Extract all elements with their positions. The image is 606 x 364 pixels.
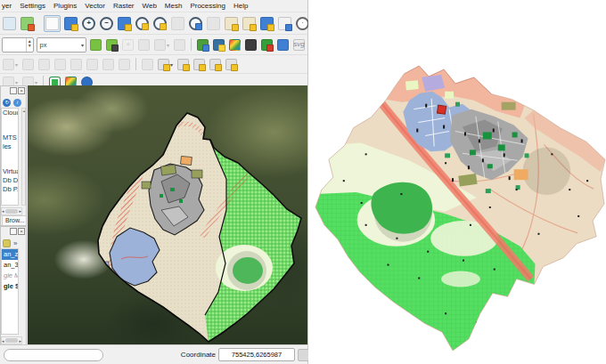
browser-spacer [2, 159, 18, 167]
processing-toolbox-button[interactable] [196, 38, 209, 52]
zoom-to-layer-button[interactable] [152, 16, 168, 31]
pan-map-button[interactable] [44, 15, 61, 32]
browser-panel: × ↻ i CloudMTSlesVirtuaDb D...Db P... ▲ … [0, 85, 27, 226]
menu-item-vector[interactable]: Vector [85, 2, 105, 10]
scroll-right-icon[interactable]: ▸ [19, 208, 21, 214]
scroll-thumb[interactable] [5, 338, 19, 343]
delete-selected-button[interactable] [192, 58, 206, 71]
browser-item-9[interactable]: Db P... [2, 185, 18, 194]
chevron-down-icon: ▾ [167, 42, 169, 48]
layers-more-icon[interactable]: » [13, 239, 17, 247]
pan-to-selection-button[interactable] [63, 16, 78, 31]
left-dock: × ↻ i CloudMTSlesVirtuaDb D...Db P... ▲ … [0, 85, 27, 345]
browser-spacer [2, 117, 18, 125]
snapping-options-button[interactable] [105, 38, 119, 52]
browser-item-3[interactable]: MTS [2, 133, 18, 142]
add-polygon-feature-icon [142, 59, 153, 70]
layers-float-button[interactable] [10, 228, 17, 235]
zoom-to-selection-button[interactable] [135, 16, 150, 31]
menu-item-plugins[interactable]: Plugins [53, 2, 77, 10]
search-binoculars-button[interactable] [244, 38, 258, 52]
green-parcel [160, 194, 163, 198]
green-parcel [179, 199, 183, 203]
python-console-button[interactable] [212, 38, 225, 52]
zoom-next-button [206, 16, 221, 31]
menu-item-help[interactable]: Help [233, 2, 248, 10]
locator-search-input[interactable] [4, 349, 103, 361]
raster-calculator-button[interactable] [228, 38, 242, 52]
copy-move-feature-button[interactable] [176, 58, 190, 71]
temporal-controller-icon: · [296, 17, 309, 30]
digitize-segment-icon [174, 39, 185, 51]
new-map-view-button[interactable] [259, 16, 274, 31]
menu-item-raster[interactable]: Raster [113, 2, 135, 10]
menu-item-processing[interactable]: Processing [190, 2, 225, 10]
browser-float-button[interactable] [10, 87, 17, 94]
scroll-right-icon[interactable]: ▸ [19, 338, 21, 344]
raster-calculator-icon [229, 39, 241, 51]
show-spatial-bookmarks-button[interactable] [242, 16, 257, 31]
layers-horizontal-scrollbar[interactable]: ◂ ▸ [1, 336, 22, 344]
profile-tool-button[interactable] [260, 38, 274, 52]
network-analysis-button[interactable] [276, 38, 290, 52]
merge-features-button[interactable] [225, 58, 238, 71]
layer-item-an_3411[interactable]: an_3411 [2, 260, 18, 271]
layers-style-icon[interactable] [3, 239, 11, 247]
browser-close-button[interactable]: × [18, 87, 25, 94]
map-canvas[interactable] [28, 85, 307, 345]
layer-styling-button[interactable] [20, 16, 35, 31]
scroll-thumb[interactable] [5, 209, 19, 214]
scroll-left-icon[interactable]: ◂ [2, 208, 4, 214]
modify-attributes-button[interactable] [209, 58, 222, 71]
layers-close-button[interactable]: × [18, 228, 25, 235]
snap-tolerance-spinbox[interactable]: ▲▼ [2, 37, 34, 53]
qgis-window: yerSettingsPluginsVectorRasterWebMeshPro… [0, 0, 308, 364]
browser-tree[interactable]: CloudMTSlesVirtuaDb D...Db P... [1, 108, 19, 206]
browser-item-7[interactable]: Virtua [2, 167, 18, 176]
toggle-editing-button [21, 58, 35, 71]
zoom-last-button[interactable] [188, 16, 203, 31]
browser-horizontal-scrollbar[interactable]: ◂ ▸ [1, 207, 22, 215]
zoom-to-layer-icon [153, 17, 167, 30]
layers-panel: × » an_zonaan_3411gle Mapsgle Satel ◂ ▸ [0, 226, 27, 345]
layer-item-gle-Maps[interactable]: gle Maps [2, 271, 18, 281]
scroll-left-icon[interactable]: ◂ [2, 338, 4, 344]
clear-action-icon: × [122, 39, 134, 51]
browser-vertical-scrollbar[interactable]: ▲ [21, 108, 26, 206]
svg-annotation-button[interactable]: svg [292, 38, 306, 52]
olive-zone [192, 170, 202, 178]
zoom-full-extent-button[interactable] [117, 16, 132, 31]
spin-arrows-icon[interactable]: ▲▼ [26, 38, 33, 52]
menu-item-web[interactable]: Web [143, 2, 157, 10]
orange-zone [181, 156, 192, 165]
zoom-out-button[interactable]: − [99, 16, 114, 31]
browser-info-icon[interactable]: i [13, 99, 21, 107]
browser-item-4[interactable]: les [2, 142, 18, 151]
menu-item-settings[interactable]: Settings [20, 2, 45, 10]
pale-zone [106, 279, 120, 292]
menu-item-yer[interactable]: yer [2, 2, 12, 10]
layer-item-gle-Satel[interactable]: gle Satel [2, 281, 18, 292]
browser-item-0[interactable]: Cloud [2, 109, 18, 117]
move-feature-button[interactable]: ▾ [157, 58, 174, 71]
new-spatial-bookmark-button[interactable] [224, 16, 239, 31]
exported-zoning-map [308, 0, 606, 364]
zoom-last-accent [195, 23, 202, 30]
paste-features-button [86, 58, 99, 71]
menu-item-mesh[interactable]: Mesh [165, 2, 183, 10]
layer-item-an_zona[interactable]: an_zona [2, 249, 18, 260]
browser-tab[interactable]: Brow... [2, 215, 27, 225]
snapping-toggle-button[interactable] [89, 38, 102, 52]
bookmarks-book-button[interactable] [277, 16, 292, 31]
coordinate-value[interactable]: 755425,6265987 [218, 348, 295, 361]
browser-refresh-icon[interactable]: ↻ [3, 99, 11, 107]
new-spatial-bookmark-icon [225, 17, 238, 30]
snap-unit-combo[interactable]: px ▾ [37, 37, 86, 53]
browser-item-8[interactable]: Db D... [2, 176, 18, 185]
layers-list[interactable]: an_zonaan_3411gle Mapsgle Satel [1, 248, 19, 335]
identify-features-button[interactable] [2, 16, 17, 31]
copy-features-button [70, 58, 83, 71]
digitizing-toolbar: ▾▾ [0, 55, 307, 74]
bookmarks-book-icon [278, 17, 291, 30]
zoom-in-button[interactable]: + [81, 16, 96, 31]
